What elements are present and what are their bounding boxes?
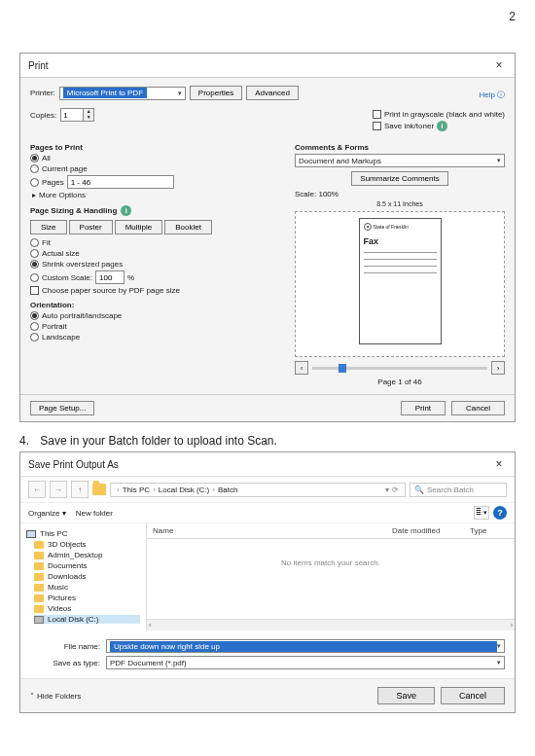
tree-downloads[interactable]: Downloads xyxy=(34,572,140,581)
properties-button[interactable]: Properties xyxy=(190,86,242,100)
step-4: 4. Save in your Batch folder to upload i… xyxy=(19,434,516,448)
tree-3d-objects[interactable]: 3D Objects xyxy=(34,540,140,549)
landscape-label: Landscape xyxy=(42,333,80,342)
chevron-down-icon: ▾ xyxy=(497,659,501,666)
refresh-icon[interactable]: ⟳ xyxy=(392,486,399,494)
breadcrumb-batch[interactable]: Batch xyxy=(218,486,237,494)
info-icon[interactable]: i xyxy=(121,205,131,216)
file-name-input[interactable]: Upside down now right side up ▾ xyxy=(106,639,505,653)
current-radio[interactable] xyxy=(30,164,39,173)
summarize-button[interactable]: Summarize Comments xyxy=(351,171,447,186)
multiple-button[interactable]: Multiple xyxy=(115,220,163,234)
copies-input[interactable] xyxy=(61,109,83,121)
pages-to-print-heading: Pages to Print xyxy=(30,143,287,152)
save-as-type-select[interactable]: PDF Document (*.pdf) ▾ xyxy=(106,656,505,669)
fit-radio[interactable] xyxy=(30,238,39,247)
forward-button[interactable]: → xyxy=(50,481,67,498)
folder-icon xyxy=(34,594,44,602)
pc-icon xyxy=(26,530,36,538)
organize-menu[interactable]: Organize ▾ xyxy=(28,509,66,518)
poster-button[interactable]: Poster xyxy=(69,220,113,234)
size-button[interactable]: Size xyxy=(30,220,67,234)
orientation-heading: Orientation: xyxy=(30,301,287,309)
printer-select[interactable]: Microsoft Print to PDF ▾ xyxy=(59,87,186,100)
help-icon[interactable]: ? xyxy=(493,506,507,520)
tree-music[interactable]: Music xyxy=(34,583,140,592)
all-label: All xyxy=(42,154,51,162)
comments-value: Document and Markups xyxy=(299,157,381,165)
grayscale-checkbox[interactable] xyxy=(373,110,381,119)
chevron-down-icon: ▾ xyxy=(497,157,501,164)
new-folder-button[interactable]: New folder xyxy=(76,509,113,518)
choose-paper-checkbox[interactable] xyxy=(30,286,39,295)
portrait-radio[interactable] xyxy=(30,322,39,331)
print-dialog-titlebar: Print × xyxy=(20,54,515,78)
printer-value: Microsoft Print to PDF xyxy=(63,88,147,98)
step-text: Save in your Batch folder to upload into… xyxy=(40,434,277,448)
hide-folders-toggle[interactable]: ˄ Hide Folders xyxy=(30,692,81,701)
spin-down-icon[interactable]: ▼ xyxy=(84,115,93,121)
chevron-down-icon[interactable]: ▾ xyxy=(385,486,389,494)
zoom-slider[interactable] xyxy=(312,367,487,370)
disk-icon xyxy=(34,616,44,624)
folder-icon xyxy=(34,541,44,549)
close-icon[interactable]: × xyxy=(491,57,507,73)
shrink-radio[interactable] xyxy=(30,260,39,269)
slider-thumb[interactable] xyxy=(339,364,346,373)
back-button[interactable]: ← xyxy=(28,481,46,498)
cancel-button[interactable]: Cancel xyxy=(451,401,505,415)
col-date[interactable]: Date modified xyxy=(392,526,470,535)
pages-input[interactable] xyxy=(67,175,174,189)
more-options-toggle[interactable]: More Options xyxy=(39,191,86,199)
grayscale-label: Print in grayscale (black and white) xyxy=(384,110,505,119)
tree-admin-desktop[interactable]: Admin_Desktop xyxy=(34,551,140,559)
tree-pictures[interactable]: Pictures xyxy=(34,594,140,602)
folder-icon xyxy=(34,605,44,613)
page-setup-button[interactable]: Page Setup... xyxy=(30,401,94,415)
file-name-label: File name: xyxy=(30,642,100,651)
next-page-button[interactable]: › xyxy=(491,361,505,375)
horizontal-scrollbar[interactable]: ‹› xyxy=(147,619,515,630)
custom-radio[interactable] xyxy=(30,273,39,282)
tree-this-pc[interactable]: This PC xyxy=(26,529,140,538)
pages-radio[interactable] xyxy=(30,178,39,187)
col-name[interactable]: Name xyxy=(153,526,392,535)
save-as-type-label: Save as type: xyxy=(30,659,100,667)
print-dialog-title: Print xyxy=(28,60,49,71)
folder-tree: This PC 3D Objects Admin_Desktop Documen… xyxy=(20,523,147,630)
search-input[interactable]: 🔍 Search Batch xyxy=(410,483,507,497)
breadcrumb[interactable]: › This PC› Local Disk (C:)› Batch ▾ ⟳ xyxy=(110,483,406,497)
save-dialog: Save Print Output As × ← → ↑ › This PC› … xyxy=(19,451,516,713)
saveink-checkbox[interactable] xyxy=(373,122,381,130)
breadcrumb-localdisk[interactable]: Local Disk (C:) xyxy=(159,486,209,494)
col-type[interactable]: Type xyxy=(470,526,509,535)
folder-icon xyxy=(34,584,44,592)
help-link[interactable]: Help ⓘ xyxy=(480,90,505,100)
save-button[interactable]: Save xyxy=(377,687,435,704)
up-button[interactable]: ↑ xyxy=(71,481,89,498)
tree-local-disk[interactable]: Local Disk (C:) xyxy=(34,615,140,624)
help-icon: ⓘ xyxy=(497,90,505,100)
view-options-button[interactable]: ≣ ▾ xyxy=(474,506,489,520)
close-icon[interactable]: × xyxy=(491,456,507,472)
copies-spinner[interactable]: ▲▼ xyxy=(60,108,94,122)
saveink-label: Save ink/toner xyxy=(384,122,434,130)
auto-orient-radio[interactable] xyxy=(30,311,39,320)
cancel-button[interactable]: Cancel xyxy=(441,687,505,704)
advanced-button[interactable]: Advanced xyxy=(246,86,299,100)
booklet-button[interactable]: Booklet xyxy=(164,220,212,234)
page-of-label: Page 1 of 46 xyxy=(295,378,505,386)
actual-radio[interactable] xyxy=(30,249,39,258)
prev-page-button[interactable]: ‹ xyxy=(295,361,308,375)
print-button[interactable]: Print xyxy=(401,401,446,415)
landscape-radio[interactable] xyxy=(30,333,39,342)
printer-label: Printer: xyxy=(30,89,55,97)
comments-select[interactable]: Document and Markups ▾ xyxy=(295,154,505,167)
tree-documents[interactable]: Documents xyxy=(34,561,140,570)
custom-scale-input[interactable] xyxy=(95,270,125,284)
breadcrumb-thispc[interactable]: This PC xyxy=(123,486,150,494)
all-radio[interactable] xyxy=(30,154,39,162)
file-name-value: Upside down now right side up xyxy=(110,641,497,652)
tree-videos[interactable]: Videos xyxy=(34,604,140,613)
info-icon[interactable]: i xyxy=(437,121,447,131)
